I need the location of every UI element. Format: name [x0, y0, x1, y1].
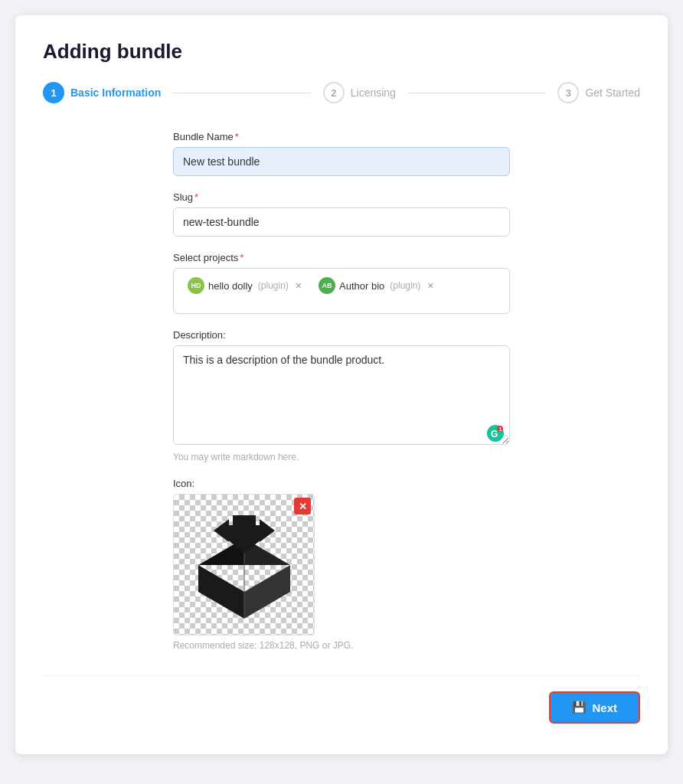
page-container: Adding bundle 1 Basic Information 2 Lice… — [15, 15, 668, 754]
box-icon — [191, 511, 298, 619]
project-type-ab: (plugin) — [390, 280, 420, 291]
description-group: Description: This is a description of th… — [173, 329, 510, 462]
icon-label: Icon: — [173, 478, 510, 489]
step-1-label: Basic Information — [70, 87, 161, 99]
project-name-hd: hello dolly — [208, 280, 253, 292]
step-1-circle: 1 — [43, 82, 64, 103]
slug-group: Slug* — [173, 191, 510, 237]
step-2-circle: 2 — [323, 82, 345, 103]
next-label: Next — [592, 701, 617, 714]
step-2-label: Licensing — [351, 87, 396, 99]
step-2: 2 Licensing — [323, 82, 396, 103]
select-projects-label: Select projects* — [173, 252, 510, 263]
project-type-hd: (plugin) — [258, 280, 289, 291]
save-icon: 💾 — [572, 701, 587, 714]
project-remove-ab[interactable]: × — [427, 280, 433, 291]
step-3-circle: 3 — [557, 82, 579, 103]
icon-hint: Recommended size: 128x128, PNG or JPG. — [173, 640, 510, 651]
projects-select[interactable]: HD hello dolly (plugin) × AB Author bio … — [173, 268, 510, 314]
svg-text:G: G — [491, 429, 498, 439]
svg-marker-5 — [244, 565, 290, 619]
stepper: 1 Basic Information 2 Licensing 3 Get St… — [43, 82, 640, 103]
slug-label: Slug* — [173, 191, 510, 203]
icon-remove-button[interactable]: ✕ — [294, 498, 311, 514]
description-label: Description: — [173, 329, 510, 341]
form-area: Bundle Name* Slug* Select projects* HD h… — [173, 131, 510, 651]
icon-upload-area[interactable]: ✕ — [173, 494, 315, 635]
description-textarea[interactable]: This is a description of the bundle prod… — [173, 345, 510, 445]
bundle-name-label: Bundle Name* — [173, 131, 510, 142]
svg-marker-4 — [198, 565, 244, 619]
project-remove-hd[interactable]: × — [296, 280, 302, 291]
step-line-2 — [408, 93, 546, 93]
required-star: * — [235, 131, 239, 142]
textarea-wrapper: This is a description of the bundle prod… — [173, 345, 510, 448]
project-tag-hd: HD hello dolly (plugin) × — [181, 275, 308, 296]
bundle-name-input[interactable] — [173, 147, 510, 176]
icon-group: Icon: — [173, 478, 510, 651]
project-tag-ab: AB Author bio (plugin) × — [312, 275, 440, 296]
step-3-label: Get Started — [585, 87, 640, 99]
page-title: Adding bundle — [43, 40, 640, 64]
project-avatar-ab: AB — [319, 277, 335, 294]
icon-image — [174, 495, 314, 635]
project-name-ab: Author bio — [339, 280, 384, 292]
slug-input[interactable] — [173, 207, 510, 237]
step-3: 3 Get Started — [557, 82, 640, 103]
description-hint: You may write markdown here. — [173, 452, 510, 462]
bottom-bar: 💾 Next — [43, 675, 640, 724]
next-button[interactable]: 💾 Next — [549, 691, 640, 724]
step-line-1 — [173, 93, 311, 93]
step-1: 1 Basic Information — [43, 82, 161, 103]
grammarly-icon: G 1 — [487, 425, 504, 442]
bundle-name-group: Bundle Name* — [173, 131, 510, 176]
project-avatar-hd: HD — [188, 277, 204, 294]
projects-group: Select projects* HD hello dolly (plugin)… — [173, 252, 510, 314]
svg-text:1: 1 — [499, 426, 502, 432]
